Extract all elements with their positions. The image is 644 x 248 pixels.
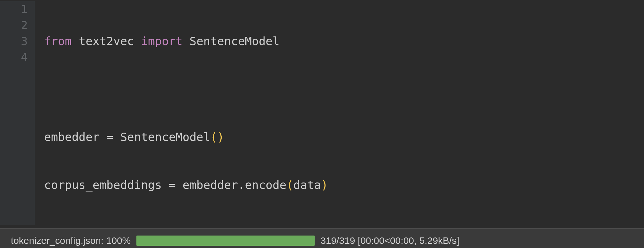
callable: SentenceModel [120,130,210,143]
download-row: tokenizer_config.json: 100%319/319 [00:0… [11,235,633,246]
argument: data [293,178,321,191]
paren-open: ( [210,130,217,143]
downloads-list: tokenizer_config.json: 100%319/319 [00:0… [11,235,633,248]
dot: . [238,178,245,191]
line-number: 3 [13,33,28,49]
download-label: tokenizer_config.json: 100% [11,235,131,246]
class-name: SentenceModel [189,35,280,48]
identifier: corpus_embeddings [44,178,162,191]
line-number: 4 [13,49,28,65]
identifier: embedder [44,130,99,143]
identifier: embedder [183,178,238,191]
keyword-import: import [141,35,182,48]
code-line[interactable]: corpus_embeddings = embedder.encode(data… [44,177,328,193]
progress-bar [136,236,315,246]
code-editor[interactable]: 1 2 3 4 from text2vec import SentenceMod… [0,0,644,228]
paren-open: ( [287,178,294,191]
line-number: 2 [13,17,28,33]
code-line[interactable]: embedder = SentenceModel() [44,129,328,145]
paren-close: ) [321,178,328,191]
line-number: 1 [13,1,28,17]
paren-close: ) [217,130,224,143]
equals: = [162,178,182,191]
keyword-from: from [44,35,72,48]
output-panel[interactable]: ⟨⟩ tokenizer_config.json: 100%319/319 [0… [0,228,644,248]
download-stats: 319/319 [00:00<00:00, 5.29kB/s] [320,235,459,246]
equals: = [99,130,120,143]
module-name: text2vec [79,35,134,48]
method-name: encode [245,178,287,191]
line-gutter: 1 2 3 4 [0,1,35,225]
code-line[interactable] [44,81,328,97]
code-area[interactable]: from text2vec import SentenceModel embed… [35,1,328,225]
code-line[interactable]: from text2vec import SentenceModel [44,33,328,49]
